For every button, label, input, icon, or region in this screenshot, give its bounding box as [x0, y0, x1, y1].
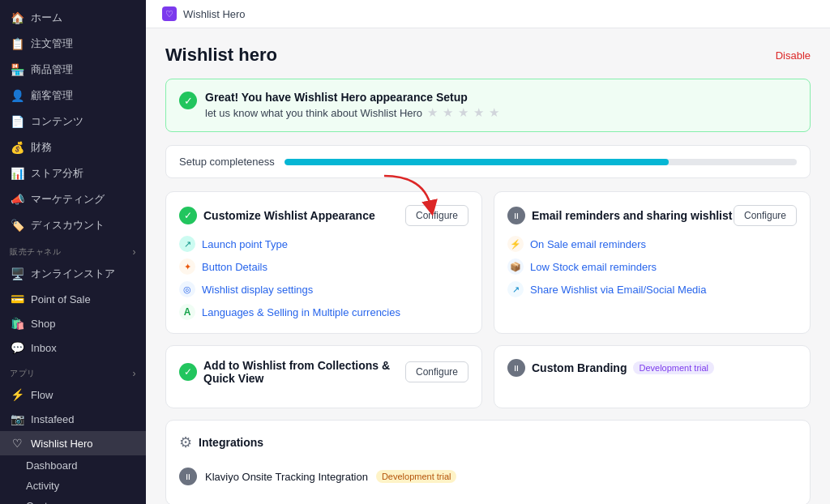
card-check-icon-3: ✓: [179, 363, 197, 381]
star-3[interactable]: ★: [458, 105, 468, 120]
card-title-row: ✓ Customize Wishlist Appearance: [179, 207, 375, 224]
link-share-wishlist[interactable]: ↗ Share Wishlist via Email/Social Media: [507, 281, 797, 297]
orders-icon: 📋: [10, 37, 24, 50]
sidebar-sub-customers[interactable]: Customers: [0, 496, 146, 504]
integration-name: Klaviyo Onsite Tracking Integration: [205, 471, 368, 483]
card-header: ✓ Customize Wishlist Appearance Configur…: [179, 205, 468, 226]
link-icon-teal: ↗: [179, 236, 195, 252]
setup-bar-fill: [285, 159, 669, 165]
sidebar-item-label: Shop: [31, 318, 55, 330]
sidebar-item-online-store[interactable]: 🖥️ オンラインストア: [0, 261, 146, 287]
link-icon-orange: ✦: [179, 258, 195, 275]
configure-button-1[interactable]: Configure: [405, 205, 468, 226]
sidebar-item-label: Wishlist Hero: [31, 438, 93, 450]
inbox-icon: 💬: [10, 341, 24, 354]
sidebar-item-customers[interactable]: 👤 顧客管理: [0, 83, 146, 109]
sidebar-item-label: コンテンツ: [31, 114, 83, 129]
configure-button-3[interactable]: Configure: [405, 361, 468, 382]
link-display-settings[interactable]: ◎ Wishlist display settings: [179, 281, 468, 297]
sidebar-item-marketing[interactable]: 📣 マーケティング: [0, 186, 146, 212]
card-title-row-3: ✓ Add to Wishlist from Collections & Qui…: [179, 359, 405, 385]
card-pause-icon: ⏸: [507, 207, 525, 224]
card-title-row-4: ⏸ Custom Branding Development trial: [507, 359, 714, 377]
link-languages[interactable]: A Languages & Selling in Multiple curren…: [179, 304, 468, 320]
card-title-row-2: ⏸ Email reminders and sharing wishlist: [507, 207, 732, 224]
topbar: ♡ Wishlist Hero: [146, 0, 830, 28]
wishlist-hero-icon: ♡: [10, 437, 24, 450]
discounts-icon: 🏷️: [10, 219, 24, 232]
sidebar-item-label: マーケティング: [31, 192, 105, 207]
channels-section: 販売チャネル ›: [0, 238, 146, 261]
page-header: Wishlist hero Disable: [165, 45, 811, 66]
customize-appearance-card: ✓ Customize Wishlist Appearance Configur…: [165, 191, 482, 334]
products-icon: 🏪: [10, 63, 24, 76]
sidebar-item-content[interactable]: 📄 コンテンツ: [0, 109, 146, 135]
flow-icon: ⚡: [10, 388, 24, 401]
link-icon-email-1: ⚡: [507, 236, 524, 252]
custom-branding-badge: Development trial: [633, 361, 714, 374]
sidebar-item-discounts[interactable]: 🏷️ ディスカウント: [0, 212, 146, 238]
card-title-4: Custom Branding: [532, 361, 627, 374]
card-links-2: ⚡ On Sale email reminders 📦 Low Stock em…: [507, 236, 797, 297]
sidebar-item-label: ディスカウント: [31, 218, 105, 233]
star-2[interactable]: ★: [443, 105, 453, 120]
sidebar-item-inbox[interactable]: 💬 Inbox: [0, 335, 146, 360]
sidebar-item-label: Instafeed: [31, 413, 75, 425]
gear-icon: ⚙: [179, 434, 192, 451]
link-launch-point[interactable]: ↗ Launch point Type: [179, 236, 468, 252]
star-4[interactable]: ★: [473, 105, 484, 120]
banner-subtitle: let us know what you think about Wishlis…: [205, 105, 499, 120]
marketing-icon: 📣: [10, 193, 24, 206]
link-button-details[interactable]: ✦ Button Details: [179, 258, 468, 275]
main-content: ♡ Wishlist Hero Wishlist hero Disable ✓ …: [146, 0, 830, 504]
sidebar-sub-activity[interactable]: Activity: [0, 476, 146, 496]
card-links: ↗ Launch point Type ✦ Button Details ◎ W…: [179, 236, 468, 320]
banner-content: Great! You have Wishlist Hero appearance…: [205, 91, 499, 120]
sidebar-item-label: Inbox: [31, 342, 57, 354]
disable-button[interactable]: Disable: [776, 49, 811, 62]
sidebar-item-label: 財務: [31, 140, 52, 155]
custom-branding-card: ⏸ Custom Branding Development trial: [494, 345, 811, 408]
setup-completeness-row: Setup completeness: [165, 145, 811, 178]
sidebar-item-shop[interactable]: 🛍️ Shop: [0, 311, 146, 335]
banner-title: Great! You have Wishlist Hero appearance…: [205, 91, 499, 104]
cards-grid: ✓ Customize Wishlist Appearance Configur…: [165, 191, 811, 504]
sidebar-item-label: ホーム: [31, 11, 62, 25]
integrations-card: ⚙ Integrations ⏸ Klaviyo Onsite Tracking…: [165, 420, 811, 504]
sidebar-item-pos[interactable]: 💳 Point of Sale: [0, 287, 146, 311]
integrations-title: Integrations: [199, 436, 263, 449]
sidebar-item-wishlist-hero[interactable]: ♡ Wishlist Hero: [0, 431, 146, 455]
integrations-header: ⚙ Integrations: [179, 434, 797, 451]
sidebar-item-products[interactable]: 🏪 商品管理: [0, 57, 146, 83]
card-check-icon: ✓: [179, 207, 197, 224]
sidebar-item-flow[interactable]: ⚡ Flow: [0, 382, 146, 407]
link-icon-green: A: [179, 304, 195, 320]
sidebar-item-finance[interactable]: 💰 財務: [0, 135, 146, 160]
setup-bar-track: [285, 159, 797, 165]
sidebar-sub-dashboard[interactable]: Dashboard: [0, 455, 146, 476]
check-circle-icon: ✓: [179, 92, 197, 109]
card-header-3: ✓ Add to Wishlist from Collections & Qui…: [179, 359, 468, 385]
star-5[interactable]: ★: [489, 105, 499, 120]
link-low-stock[interactable]: 📦 Low Stock email reminders: [507, 258, 797, 275]
sidebar-item-label: オンラインストア: [31, 267, 115, 281]
card-pause-icon-4: ⏸: [507, 359, 525, 377]
card-title-2: Email reminders and sharing wishlist: [532, 209, 732, 222]
link-on-sale[interactable]: ⚡ On Sale email reminders: [507, 236, 797, 252]
star-1[interactable]: ★: [427, 105, 438, 120]
shop-icon: 🛍️: [10, 317, 24, 330]
sidebar-item-analytics[interactable]: 📊 ストア分析: [0, 160, 146, 186]
instafeed-icon: 📷: [10, 412, 24, 425]
card-header-4: ⏸ Custom Branding Development trial: [507, 359, 797, 377]
sidebar-item-label: Flow: [31, 389, 53, 401]
sidebar-item-home[interactable]: 🏠 ホーム: [0, 5, 146, 31]
sidebar-item-label: 顧客管理: [31, 88, 73, 103]
apps-section: アプリ ›: [0, 360, 146, 382]
integration-row-1: ⏸ Klaviyo Onsite Tracking Integration De…: [179, 461, 797, 492]
sidebar-item-instafeed[interactable]: 📷 Instafeed: [0, 407, 146, 431]
sidebar-item-label: 商品管理: [31, 62, 73, 77]
app-icon: ♡: [162, 6, 177, 21]
sidebar-item-orders[interactable]: 📋 注文管理: [0, 31, 146, 57]
configure-button-2[interactable]: Configure: [734, 205, 797, 226]
home-icon: 🏠: [10, 11, 24, 24]
